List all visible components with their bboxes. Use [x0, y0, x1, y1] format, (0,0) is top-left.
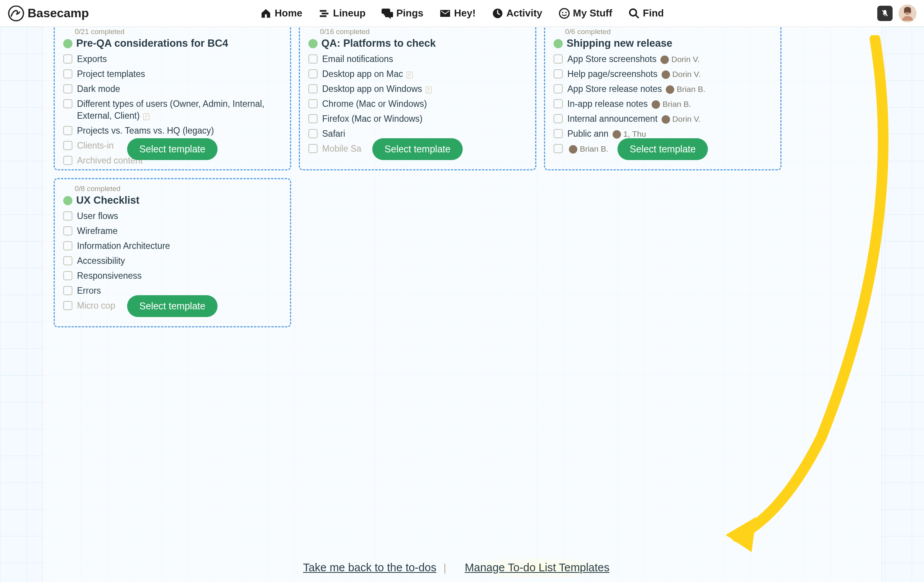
avatar-icon	[899, 5, 916, 22]
nav-lineup[interactable]: Lineup	[318, 7, 365, 19]
nav-hey[interactable]: Hey!	[439, 7, 475, 19]
svg-point-5	[559, 8, 569, 18]
todo-item: Desktop app on Windows	[309, 83, 527, 95]
checkbox[interactable]	[63, 241, 73, 251]
todo-text[interactable]: Desktop app on Windows	[322, 83, 433, 95]
todo-item: Wireframe	[63, 225, 282, 237]
nav-home[interactable]: Home	[260, 7, 302, 19]
todo-text[interactable]: Micro cop	[77, 300, 116, 312]
todo-item: App Store screenshots Dorin V.	[554, 53, 772, 65]
todo-text[interactable]: Errors	[77, 285, 101, 297]
todo-text[interactable]: Clients-in	[77, 140, 114, 152]
todo-text[interactable]: Brian B.	[568, 143, 608, 155]
select-template-button[interactable]: Select template	[372, 138, 463, 160]
checkbox[interactable]	[63, 69, 73, 79]
note-icon	[424, 86, 433, 94]
todo-text[interactable]: Internal announcement Dorin V.	[568, 113, 701, 125]
todo-text[interactable]: Projects vs. Teams vs. HQ (legacy)	[77, 125, 214, 137]
card-count: 0/8 completed	[75, 185, 282, 193]
notifications-button[interactable]	[877, 6, 893, 21]
todo-text[interactable]: App Store release notes Brian B.	[568, 83, 705, 95]
checkbox[interactable]	[63, 141, 73, 150]
todo-text[interactable]: Exports	[77, 53, 107, 65]
todo-item: App Store release notes Brian B.	[554, 83, 772, 95]
todo-text[interactable]: In-app release notes Brian B.	[568, 98, 691, 110]
assignee-avatar	[662, 71, 670, 79]
todo-text[interactable]: Dark mode	[77, 83, 120, 95]
nav-find[interactable]: Find	[628, 7, 664, 19]
checkbox[interactable]	[309, 144, 318, 153]
todo-item: Email notifications	[309, 53, 527, 65]
select-template-button[interactable]: Select template	[127, 295, 218, 317]
checkbox[interactable]	[554, 69, 563, 79]
checkbox[interactable]	[554, 54, 563, 64]
todo-text[interactable]: Help page/screenshots Dorin V.	[568, 68, 701, 80]
checkbox[interactable]	[63, 126, 73, 135]
todo-text[interactable]: Safari	[322, 128, 345, 140]
todo-item: User flows	[63, 210, 282, 222]
card-title[interactable]: Pre-QA considerations for BC4	[63, 38, 282, 49]
todo-text[interactable]: Responsiveness	[77, 270, 142, 282]
mystuff-icon	[559, 8, 570, 19]
todo-text[interactable]: Different types of users (Owner, Admin, …	[77, 98, 282, 122]
checkbox[interactable]	[309, 99, 318, 108]
todo-item: Exports	[63, 53, 282, 65]
checkbox[interactable]	[63, 301, 73, 310]
todo-text[interactable]: Desktop app on Mac	[322, 68, 414, 80]
checkbox[interactable]	[63, 99, 73, 108]
select-template-button[interactable]: Select template	[127, 138, 218, 160]
todo-text[interactable]: Mobile Sa	[322, 143, 361, 155]
pings-icon	[381, 8, 393, 19]
back-to-todos-link[interactable]: Take me back to the to-dos	[303, 561, 436, 574]
nav-mystuff[interactable]: My Stuff	[559, 7, 612, 19]
checkbox[interactable]	[309, 84, 318, 94]
manage-templates-link[interactable]: Manage To-do List Templates	[465, 561, 609, 574]
todo-text[interactable]: Information Architecture	[77, 240, 170, 252]
checkbox[interactable]	[63, 211, 73, 221]
checkbox[interactable]	[63, 286, 73, 295]
checkbox[interactable]	[554, 129, 563, 138]
checkbox[interactable]	[309, 114, 318, 123]
todo-item: Information Architecture	[63, 240, 282, 252]
todo-text[interactable]: Firefox (Mac or Windows)	[322, 113, 422, 125]
checkbox[interactable]	[63, 271, 73, 280]
todo-text[interactable]: App Store screenshots Dorin V.	[568, 53, 700, 65]
nav-pings[interactable]: Pings	[381, 7, 423, 19]
checkbox[interactable]	[309, 54, 318, 64]
todo-item: Projects vs. Teams vs. HQ (legacy)	[63, 125, 282, 137]
card-title[interactable]: UX Checklist	[63, 195, 282, 206]
hey-icon	[439, 8, 451, 19]
checkbox[interactable]	[554, 84, 563, 94]
select-template-button[interactable]: Select template	[617, 138, 708, 160]
checkbox[interactable]	[63, 156, 73, 165]
template-card-qaplatforms: 0/16 completedQA: Platforms to checkEmai…	[299, 21, 536, 170]
todo-text[interactable]: Wireframe	[77, 225, 117, 237]
card-title[interactable]: Shipping new release	[554, 38, 772, 49]
todo-text[interactable]: Project templates	[77, 68, 145, 80]
checkbox[interactable]	[63, 256, 73, 265]
svg-point-7	[565, 12, 567, 13]
todo-text[interactable]: Email notifications	[322, 53, 393, 65]
assignee-avatar	[569, 145, 578, 153]
todo-text[interactable]: Chrome (Mac or Windows)	[322, 98, 427, 110]
template-card-uxchecklist: 0/8 completedUX ChecklistUser flowsWiref…	[54, 178, 291, 327]
checkbox[interactable]	[554, 99, 563, 108]
todo-text[interactable]: User flows	[77, 210, 118, 222]
brand-logo[interactable]: Basecamp	[8, 5, 89, 22]
checkbox[interactable]	[309, 129, 318, 138]
checkbox[interactable]	[63, 84, 73, 94]
checkbox[interactable]	[63, 54, 73, 64]
todo-text[interactable]: Accessibility	[77, 255, 125, 267]
card-count: 0/16 completed	[320, 28, 527, 36]
checkbox[interactable]	[63, 226, 73, 236]
nav-activity[interactable]: Activity	[492, 7, 543, 19]
checkbox[interactable]	[554, 144, 563, 153]
status-dot	[309, 39, 318, 48]
card-title[interactable]: QA: Platforms to check	[309, 38, 527, 49]
checkbox[interactable]	[554, 114, 563, 123]
checkbox[interactable]	[309, 69, 318, 79]
assignee-name: Dorin V.	[671, 55, 700, 64]
status-dot	[63, 39, 73, 48]
user-avatar[interactable]	[899, 5, 916, 22]
template-grid: 0/3 completedTest Templateto-do 1to-do 2…	[54, 13, 789, 327]
